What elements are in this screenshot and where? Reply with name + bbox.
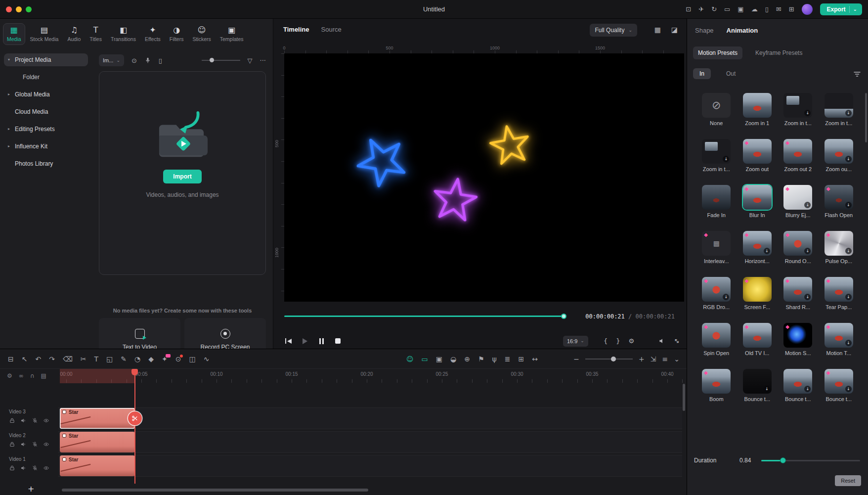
track-manager-icon[interactable]: ≡ [662, 356, 668, 362]
minimize-button[interactable] [16, 6, 22, 12]
thumbnail-zoom-slider[interactable] [202, 57, 240, 63]
duration-slider[interactable] [761, 457, 860, 463]
reset-button[interactable]: Reset [835, 475, 861, 486]
more-icon[interactable]: ··· [260, 57, 266, 64]
range-icon[interactable]: ↔ [532, 356, 538, 362]
maximize-button[interactable] [26, 6, 32, 12]
sidebar-item-project-media[interactable]: ▾ Project Media [4, 53, 88, 66]
compare-view-icon[interactable]: ◪ [671, 26, 678, 33]
sidebar-item-influence-kit[interactable]: ▸ Influence Kit [4, 140, 88, 153]
play-button[interactable] [303, 338, 307, 344]
gift-icon[interactable]: ⊡ [686, 6, 691, 12]
sidebar-item-global-media[interactable]: ▸ Global Media [4, 88, 88, 101]
cloud-icon[interactable]: ☁ [751, 6, 758, 12]
mic-off-icon[interactable] [32, 465, 38, 471]
audio-mixer-icon[interactable]: ≣ [505, 356, 511, 362]
progress-handle[interactable] [561, 314, 566, 319]
motion-preset[interactable]: ⊘ ◆ ↓ Bounce t... [739, 369, 776, 402]
mic-off-icon[interactable] [32, 441, 38, 448]
close-button[interactable] [6, 6, 12, 12]
fullscreen-icon[interactable]: ↔ [673, 337, 681, 345]
motion-preset[interactable]: ⊘ ◆ ↓ Fade In [698, 185, 735, 218]
chevron-down-icon[interactable]: ⌄ [674, 356, 680, 362]
save-icon[interactable]: ▣ [738, 6, 743, 12]
mark-out-icon[interactable]: } [616, 338, 620, 344]
motion-preset[interactable]: ⊘ ◆ ↓ Spin Open [698, 323, 735, 356]
motion-preset[interactable]: ⊘ ◆ ↓ Screen F... [739, 277, 776, 310]
keyframe-icon[interactable]: ◆ [148, 356, 154, 362]
lock-icon[interactable] [9, 417, 15, 424]
settings-icon[interactable]: ⚙ [628, 338, 634, 344]
timeline-settings-icon[interactable]: ⚙ [7, 373, 12, 379]
filter-icon[interactable]: ▽ [248, 57, 253, 64]
motion-preset[interactable]: ⊘ ◆ ↓ Round O... [780, 231, 817, 264]
motion-track-icon[interactable]: ⊕ [464, 356, 470, 362]
compound-clip-icon[interactable]: ▣ [436, 356, 442, 362]
sidebar-item-photos-library[interactable]: Photos Library [4, 157, 88, 170]
split-scissors-badge[interactable] [128, 411, 142, 425]
motion-preset[interactable]: ⊘ ◆ ↓ Bounce t... [780, 369, 817, 402]
motion-preset[interactable]: ⊘ ◆ ↓ Blur In [739, 185, 776, 218]
tab-stock-media[interactable]: ▤ Stock Media [26, 23, 63, 45]
export-button[interactable]: Export ⌄ [820, 3, 862, 15]
speed-icon[interactable]: ◔ [134, 356, 140, 362]
cut-icon[interactable]: ✂ [81, 356, 87, 362]
tab-keyframe-presets[interactable]: Keyframe Presets [750, 46, 807, 59]
voiceover-icon[interactable] [144, 57, 151, 64]
fit-timeline-icon[interactable]: ⇲ [651, 356, 656, 362]
preview-tab-source[interactable]: Source [321, 26, 342, 33]
link-clips-icon[interactable]: ∞ [19, 373, 24, 379]
motion-preset[interactable]: ⊘ ◆ ↓ Motion T... [821, 323, 858, 356]
split-view-icon[interactable]: ◫ [189, 356, 195, 362]
add-track-button[interactable]: + [28, 485, 34, 493]
shortcut-icon[interactable]: ▤ [41, 373, 46, 379]
voiceover-icon[interactable]: ψ [492, 356, 497, 362]
mute-icon[interactable] [20, 417, 27, 424]
sync-icon[interactable]: ↻ [711, 6, 717, 12]
speaker-icon[interactable] [658, 337, 666, 345]
motion-preset[interactable]: ⊘ ◆ ↓ Boom [698, 369, 735, 402]
mark-in-icon[interactable]: { [604, 338, 608, 344]
tab-titles[interactable]: T Titles [86, 23, 106, 45]
track-blocks-icon[interactable]: ⊟ [8, 356, 14, 362]
chroma-key-icon[interactable]: ◒ [450, 356, 456, 362]
snapshot-icon[interactable] [643, 337, 650, 345]
crop-icon[interactable]: ◱ [106, 356, 113, 362]
motion-preset[interactable]: ⊘ ◆ ↓ Motion S... [780, 323, 817, 356]
hide-icon[interactable] [43, 465, 49, 471]
select-tool-icon[interactable]: ↖ [22, 356, 28, 362]
tab-filters[interactable]: ◑ Filters [166, 23, 188, 45]
device-icon[interactable]: ▯ [765, 6, 769, 12]
tab-out[interactable]: Out [720, 68, 742, 79]
record-icon[interactable]: ⊙ [175, 356, 181, 362]
motion-preset[interactable]: ⊘ ◆ ↓ Shard R... [780, 277, 817, 310]
add-text-icon[interactable]: T [94, 356, 98, 362]
draw-mask-icon[interactable]: ✎ [121, 356, 127, 362]
ai-effects-icon[interactable]: ✦ [162, 356, 168, 362]
capture-video-icon[interactable]: ⊙ [131, 57, 137, 64]
snap-icon[interactable]: ∩ [30, 373, 35, 379]
record-screen-icon[interactable]: ▯ [159, 57, 162, 64]
redo-icon[interactable]: ↷ [49, 356, 55, 362]
mask-ai-icon[interactable]: ☺ [406, 356, 414, 362]
motion-preset[interactable]: ⊘ ◆ ↓ Zoom out [739, 139, 776, 172]
lock-icon[interactable] [9, 441, 15, 448]
clip-star[interactable]: Star [60, 455, 135, 476]
audio-wave-icon[interactable]: ∿ [204, 356, 210, 362]
panel-tab-animation[interactable]: Animation [727, 27, 758, 34]
tab-templates[interactable]: ▣ Templates [216, 23, 248, 45]
filter-icon[interactable] [853, 70, 861, 78]
motion-preset[interactable]: ⊘ ◆ ↓ Zoom in t... [821, 93, 858, 126]
motion-preset[interactable]: ⊘ ◆ ↓ Zoom out 2 [780, 139, 817, 172]
sidebar-item-folder[interactable]: Folder [4, 71, 88, 84]
motion-preset[interactable]: ⊘ ◆ ↓ Zoom in 1 [739, 93, 776, 126]
tab-stickers[interactable]: ☺ Stickers [188, 23, 215, 45]
sidebar-item-cloud-media[interactable]: Cloud Media [4, 105, 88, 118]
hide-icon[interactable] [43, 441, 49, 448]
zoom-in-icon[interactable]: + [639, 356, 645, 362]
import-dropzone[interactable]: Import Videos, audios, and images [99, 71, 266, 275]
undo-icon[interactable]: ↶ [35, 356, 41, 362]
tab-audio[interactable]: ♫ Audio [63, 23, 85, 45]
motion-preset[interactable]: ⊘ ◆ ↓ Old TV I... [739, 323, 776, 356]
motion-preset[interactable]: ⊘ ◆ ↓ RGB Dro... [698, 277, 735, 310]
